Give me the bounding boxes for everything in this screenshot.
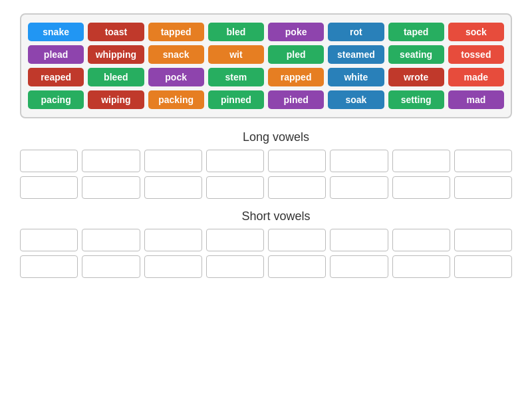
drop-cell[interactable]	[82, 255, 140, 278]
word-tile[interactable]: wiping	[88, 90, 144, 109]
word-tile[interactable]: pined	[268, 90, 324, 109]
drop-cell[interactable]	[206, 229, 264, 251]
word-tile[interactable]: tapped	[148, 23, 204, 41]
word-tile[interactable]: plead	[28, 45, 84, 64]
drop-cell[interactable]	[144, 176, 202, 199]
drop-cell[interactable]	[268, 255, 326, 278]
drop-cell[interactable]	[20, 255, 78, 278]
word-tile[interactable]: packing	[148, 90, 204, 109]
word-tile[interactable]: tossed	[448, 45, 504, 64]
word-tile[interactable]: snack	[148, 45, 204, 64]
word-tile[interactable]: pock	[148, 68, 204, 86]
long-vowels-row1	[20, 150, 512, 172]
drop-cell[interactable]	[330, 150, 388, 172]
short-vowels-row2	[20, 255, 512, 278]
word-tile[interactable]: snake	[28, 23, 84, 41]
drop-cell[interactable]	[206, 176, 264, 199]
short-vowels-section: Short vowels	[13, 209, 519, 282]
word-tile[interactable]: white	[328, 68, 384, 86]
word-tile[interactable]: sock	[448, 23, 504, 41]
drop-cell[interactable]	[20, 150, 78, 172]
drop-cell[interactable]	[206, 255, 264, 278]
word-tile[interactable]: seating	[388, 45, 444, 64]
word-tile[interactable]: wit	[208, 45, 264, 64]
word-tile[interactable]: poke	[268, 23, 324, 41]
word-tile[interactable]: bled	[208, 23, 264, 41]
drop-cell[interactable]	[392, 255, 450, 278]
word-tile[interactable]: wrote	[388, 68, 444, 86]
word-tile[interactable]: mad	[448, 90, 504, 109]
drop-cell[interactable]	[144, 229, 202, 251]
drop-cell[interactable]	[268, 176, 326, 199]
drop-cell[interactable]	[392, 176, 450, 199]
drop-cell[interactable]	[454, 255, 512, 278]
word-tile[interactable]: steamed	[328, 45, 384, 64]
drop-cell[interactable]	[454, 176, 512, 199]
word-tile[interactable]: toast	[88, 23, 144, 41]
drop-cell[interactable]	[454, 229, 512, 251]
drop-cell[interactable]	[206, 150, 264, 172]
word-tile[interactable]: made	[448, 68, 504, 86]
drop-cell[interactable]	[20, 229, 78, 251]
drop-cell[interactable]	[330, 255, 388, 278]
drop-cell[interactable]	[82, 229, 140, 251]
long-vowels-section: Long vowels	[13, 130, 519, 203]
drop-cell[interactable]	[144, 255, 202, 278]
word-tile[interactable]: bleed	[88, 68, 144, 86]
drop-cell[interactable]	[82, 176, 140, 199]
word-tile[interactable]: rot	[328, 23, 384, 41]
drop-cell[interactable]	[330, 176, 388, 199]
long-vowels-label: Long vowels	[243, 130, 309, 144]
drop-cell[interactable]	[330, 229, 388, 251]
short-vowels-row1	[20, 229, 512, 251]
drop-cell[interactable]	[82, 150, 140, 172]
word-tile[interactable]: pled	[268, 45, 324, 64]
long-vowels-row2	[20, 176, 512, 199]
word-tile[interactable]: soak	[328, 90, 384, 109]
word-tile[interactable]: setting	[388, 90, 444, 109]
word-tile[interactable]: rapped	[268, 68, 324, 86]
drop-cell[interactable]	[144, 150, 202, 172]
word-tile[interactable]: pacing	[28, 90, 84, 109]
word-tile[interactable]: stem	[208, 68, 264, 86]
drop-cell[interactable]	[392, 229, 450, 251]
drop-cell[interactable]	[268, 150, 326, 172]
drop-cell[interactable]	[392, 150, 450, 172]
drop-cell[interactable]	[20, 176, 78, 199]
drop-cell[interactable]	[268, 229, 326, 251]
word-tile[interactable]: reaped	[28, 68, 84, 86]
word-bank: snaketoasttappedbledpokerottapedsockplea…	[20, 13, 512, 118]
word-tile[interactable]: whipping	[88, 45, 144, 64]
drop-cell[interactable]	[454, 150, 512, 172]
short-vowels-label: Short vowels	[241, 209, 310, 223]
word-tile[interactable]: taped	[388, 23, 444, 41]
word-tile[interactable]: pinned	[208, 90, 264, 109]
